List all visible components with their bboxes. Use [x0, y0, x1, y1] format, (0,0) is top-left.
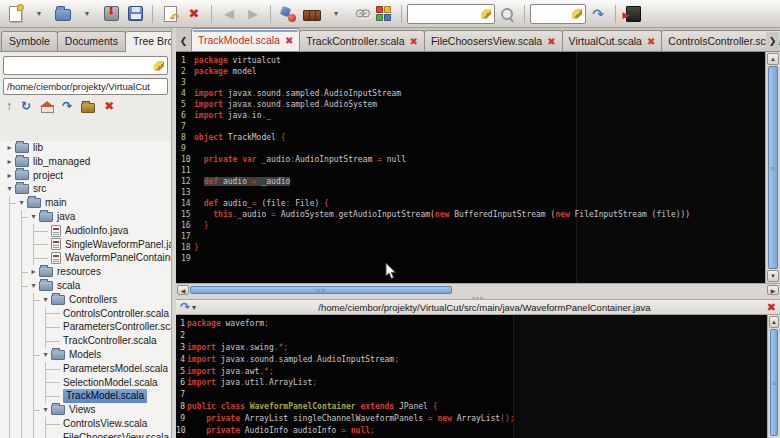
save-button[interactable]	[100, 2, 122, 26]
scrollbar-thumb[interactable]: ≡≡	[190, 286, 452, 294]
expander-open-icon[interactable]: ▾	[4, 182, 15, 196]
tab-close-icon[interactable]: ✖	[547, 36, 555, 47]
editor-tab-TrackController.scala[interactable]: TrackController.scala✖	[299, 30, 425, 51]
expander-open-icon[interactable]: ▾	[28, 210, 39, 224]
open-file-dropdown[interactable]: ▾	[76, 2, 98, 26]
tree-filter-input[interactable]	[7, 60, 154, 71]
navigate-forward-button[interactable]: ▶	[242, 2, 264, 26]
tree-row-Controllers[interactable]: ▾Controllers	[0, 293, 171, 307]
tree-row-src[interactable]: ▾src	[0, 182, 171, 196]
tree-row-ControlsView.scala[interactable]: ControlsView.scala	[0, 417, 171, 431]
expander-open-icon[interactable]: ▾	[40, 348, 51, 362]
expander-closed-icon[interactable]: ▸	[28, 265, 39, 279]
expander-open-icon[interactable]: ▾	[28, 279, 39, 293]
tree-row-AudioInfo.java[interactable]: AudioInfo.java	[0, 224, 171, 238]
tree-row-TrackModel.scala[interactable]: TrackModel.scala	[0, 389, 171, 403]
expander-open-icon[interactable]: ▾	[16, 196, 27, 210]
tab-scroll-right-button[interactable]: ❯	[766, 32, 779, 50]
scroll-up-button[interactable]: ▲	[767, 53, 779, 65]
tree-row-main[interactable]: ▾main	[0, 196, 171, 210]
tree-path-entry[interactable]	[3, 78, 168, 95]
search-input[interactable]	[407, 4, 495, 24]
tree-row-lib[interactable]: ▸lib	[0, 141, 171, 155]
goto-line-input[interactable]	[530, 4, 586, 24]
expander-open-icon[interactable]: ▾	[40, 293, 51, 307]
new-file-button[interactable]	[4, 2, 26, 26]
scroll-left-button[interactable]: ◀	[177, 285, 189, 295]
tab-scroll-left-button[interactable]: ❮	[177, 32, 190, 50]
build-button[interactable]	[301, 2, 323, 26]
scrollbar-thumb[interactable]: ≡	[770, 329, 778, 436]
editor-tab-ControlsController.scala[interactable]: ControlsController.scala✖	[661, 30, 780, 51]
tree-filter-entry[interactable]	[3, 56, 168, 75]
color-chooser-button[interactable]	[373, 2, 395, 26]
expander-closed-icon[interactable]: ▸	[4, 141, 15, 155]
clear-filter-icon[interactable]	[154, 61, 164, 71]
vertical-scrollbar-main[interactable]: ▲▼≡	[765, 52, 780, 283]
goto-line-button[interactable]: ↷	[587, 2, 609, 26]
tree-row-FileChoosersView.scala[interactable]: FileChoosersView.scala	[0, 431, 171, 438]
clear-icon[interactable]	[481, 9, 491, 19]
up-directory-button[interactable]: ↑	[6, 99, 12, 113]
code-editor-main[interactable]: 1package virtualcut2package model34impor…	[176, 52, 765, 283]
tree-row-SelectionModel.scala[interactable]: SelectionModel.scala	[0, 376, 171, 390]
file-tree[interactable]: ▸lib▸lib_managed▸project▾src▾main▾javaAu…	[0, 141, 171, 438]
tree-row-project[interactable]: ▸project	[0, 169, 171, 183]
refresh-button[interactable]: ↻	[21, 99, 31, 113]
scrollbar-thumb[interactable]: ≡	[768, 66, 778, 269]
compile-button[interactable]	[277, 2, 299, 26]
build-dropdown[interactable]: ▾	[325, 2, 347, 26]
chevron-down-icon[interactable]: ▾	[192, 303, 196, 312]
tree-row-TrackController.scala[interactable]: TrackController.scala	[0, 334, 171, 348]
tree-row-resources[interactable]: ▸resources	[0, 265, 171, 279]
execute-button[interactable]: ⚙⚙	[349, 2, 371, 26]
expander-closed-icon[interactable]: ▸	[4, 169, 15, 183]
tab-close-icon[interactable]: ✖	[647, 36, 655, 47]
open-file-button[interactable]	[52, 2, 74, 26]
sidebar-tab-symbole[interactable]: Symbole	[1, 31, 58, 51]
scroll-up-button[interactable]: ▲	[769, 316, 779, 328]
tab-close-icon[interactable]: ✖	[285, 35, 293, 46]
expander-closed-icon[interactable]: ▸	[4, 155, 15, 169]
vertical-scrollbar-bottom[interactable]: ▲≡	[767, 315, 780, 438]
current-folder-button[interactable]	[81, 103, 95, 113]
sidebar-tab-tree-browser[interactable]: Tree Browser	[125, 31, 172, 52]
editor-tab-TrackModel.scala[interactable]: TrackModel.scala✖	[191, 28, 300, 51]
tree-row-ControlsController.scala[interactable]: ControlsController.scala	[0, 307, 171, 321]
sidebar-tab-documents[interactable]: Documents	[57, 31, 126, 51]
code-editor-bottom[interactable]: 1package waveform;23import javax.swing.*…	[176, 315, 767, 438]
search-input-field[interactable]	[411, 8, 481, 19]
track-path-button[interactable]: ↷	[62, 99, 72, 113]
search-button[interactable]	[496, 2, 518, 26]
follow-file-icon[interactable]: ↷	[180, 300, 190, 314]
save-all-button[interactable]	[124, 2, 146, 26]
tree-row-ParametersModel.scala[interactable]: ParametersModel.scala	[0, 362, 171, 376]
tree-path-input[interactable]	[7, 81, 164, 92]
close-bottom-panel-button[interactable]: ✖	[767, 301, 776, 314]
tree-row-SingleWaveformPanel.java[interactable]: SingleWaveformPanel.java	[0, 238, 171, 252]
close-file-button[interactable]: ✖	[183, 2, 205, 26]
editor-tab-FileChoosersView.scala[interactable]: FileChoosersView.scala✖	[424, 30, 563, 51]
tree-row-scala[interactable]: ▾scala	[0, 279, 171, 293]
close-tree-button[interactable]: ✖	[104, 99, 114, 113]
scroll-down-button[interactable]: ▼	[767, 270, 779, 282]
tree-row-WaveformPanelContainer.java[interactable]: WaveformPanelContainer.java	[0, 251, 171, 265]
revert-button[interactable]	[159, 2, 181, 26]
tree-row-Models[interactable]: ▾Models	[0, 348, 171, 362]
clear-icon[interactable]	[572, 9, 582, 19]
quit-button[interactable]	[622, 2, 644, 26]
tree-row-ParametersController.scala[interactable]: ParametersController.scala	[0, 320, 171, 334]
scroll-right-button[interactable]: ▶	[767, 285, 779, 295]
editor-tab-VirtualCut.scala[interactable]: VirtualCut.scala✖	[562, 30, 663, 51]
navigate-back-button[interactable]: ◀	[218, 2, 240, 26]
tree-row-java[interactable]: ▾java	[0, 210, 171, 224]
code-token: sampled	[286, 89, 320, 98]
tree-guide-line	[33, 376, 34, 390]
tree-row-lib_managed[interactable]: ▸lib_managed	[0, 155, 171, 169]
expander-open-icon[interactable]: ▾	[40, 403, 51, 417]
home-button[interactable]	[40, 102, 53, 113]
tree-row-Views[interactable]: ▾Views	[0, 403, 171, 417]
goto-line-field[interactable]	[534, 8, 572, 19]
tab-close-icon[interactable]: ✖	[410, 36, 418, 47]
new-file-dropdown[interactable]: ▾	[28, 2, 50, 26]
